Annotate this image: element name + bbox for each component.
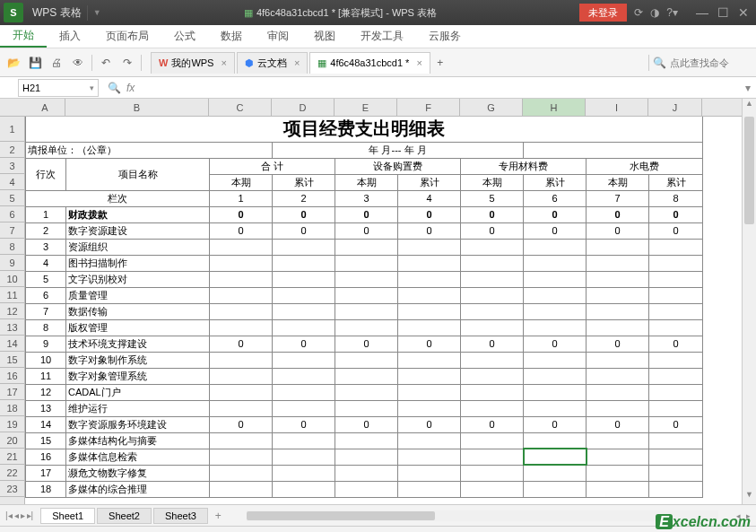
cell[interactable] xyxy=(398,384,461,400)
cell[interactable] xyxy=(524,481,587,497)
cell[interactable]: 0 xyxy=(273,206,335,222)
cell[interactable] xyxy=(587,287,649,303)
sheet-tab-Sheet3[interactable]: Sheet3 xyxy=(153,508,208,524)
nav-prev-icon[interactable]: ◂ xyxy=(14,510,19,520)
cell[interactable] xyxy=(335,303,398,319)
sheet-body[interactable]: 项目经费支出明细表填报单位：（公章）年 月--- 年 月行次项目名称合 计设备购… xyxy=(25,117,742,498)
cell[interactable] xyxy=(210,352,273,368)
cell[interactable] xyxy=(461,465,524,481)
add-sheet-icon[interactable]: + xyxy=(208,508,229,524)
cell[interactable] xyxy=(461,239,524,255)
menu-开发工具[interactable]: 开发工具 xyxy=(348,25,416,48)
menu-页面布局[interactable]: 页面布局 xyxy=(93,25,161,48)
select-all-corner[interactable] xyxy=(0,99,25,117)
row-header-15[interactable]: 15 xyxy=(0,352,24,368)
cell[interactable]: 0 xyxy=(210,416,273,432)
cell[interactable] xyxy=(273,319,335,336)
cell[interactable] xyxy=(524,368,587,384)
scroll-thumb[interactable] xyxy=(744,117,754,224)
cell[interactable] xyxy=(649,449,703,465)
cell[interactable] xyxy=(273,465,335,481)
cell[interactable] xyxy=(461,255,524,271)
cell[interactable] xyxy=(461,384,524,400)
cell[interactable]: 0 xyxy=(273,336,335,352)
cell[interactable] xyxy=(398,400,461,416)
sync-icon[interactable]: ⟳ xyxy=(634,6,643,19)
row-header-22[interactable]: 22 xyxy=(0,465,24,481)
scroll-up-icon[interactable]: ▲ xyxy=(743,99,756,113)
cell[interactable]: 0 xyxy=(587,222,649,239)
search-input[interactable] xyxy=(670,57,751,68)
cell[interactable] xyxy=(273,432,335,449)
cell[interactable]: 0 xyxy=(398,222,461,239)
tab-close-icon[interactable]: × xyxy=(221,57,226,68)
close-button[interactable]: ✕ xyxy=(738,5,749,20)
sheet-tab-Sheet2[interactable]: Sheet2 xyxy=(97,508,152,524)
cell[interactable] xyxy=(210,319,273,336)
sheet-tab-Sheet1[interactable]: Sheet1 xyxy=(40,508,95,524)
col-header-A[interactable]: A xyxy=(25,99,65,116)
cell[interactable] xyxy=(524,239,587,255)
cell[interactable] xyxy=(398,319,461,336)
undo-icon[interactable]: ↶ xyxy=(98,55,114,71)
cell[interactable]: 0 xyxy=(587,336,649,352)
cell[interactable] xyxy=(398,239,461,255)
fx-label[interactable]: fx xyxy=(126,82,135,94)
cell[interactable] xyxy=(273,384,335,400)
col-header-C[interactable]: C xyxy=(209,99,272,116)
cell[interactable] xyxy=(398,271,461,287)
col-header-I[interactable]: I xyxy=(586,99,648,116)
row-header-21[interactable]: 21 xyxy=(0,449,24,465)
login-button[interactable]: 未登录 xyxy=(579,4,627,22)
cell[interactable] xyxy=(649,465,703,481)
cell[interactable]: 0 xyxy=(649,206,703,222)
cell[interactable] xyxy=(210,255,273,271)
cell[interactable] xyxy=(210,368,273,384)
col-header-B[interactable]: B xyxy=(65,99,209,116)
cell[interactable] xyxy=(273,287,335,303)
cell[interactable] xyxy=(273,368,335,384)
row-header-5[interactable]: 5 xyxy=(0,190,24,206)
cell[interactable] xyxy=(649,239,703,255)
cell[interactable] xyxy=(524,287,587,303)
cell[interactable]: 0 xyxy=(335,416,398,432)
cell[interactable] xyxy=(649,303,703,319)
cell[interactable] xyxy=(461,287,524,303)
cell[interactable] xyxy=(210,271,273,287)
dropdown-icon[interactable]: ▼ xyxy=(93,8,101,17)
cell[interactable] xyxy=(587,271,649,287)
row-header-7[interactable]: 7 xyxy=(0,222,24,239)
cell[interactable] xyxy=(587,400,649,416)
cell[interactable] xyxy=(649,432,703,449)
cell[interactable]: 0 xyxy=(649,336,703,352)
row-header-16[interactable]: 16 xyxy=(0,368,24,384)
cell[interactable] xyxy=(398,352,461,368)
row-header-8[interactable]: 8 xyxy=(0,239,24,255)
cell[interactable] xyxy=(649,368,703,384)
vertical-scrollbar[interactable]: ▲ ▼ xyxy=(742,99,756,504)
row-header-2[interactable]: 2 xyxy=(0,142,24,158)
cell[interactable] xyxy=(587,465,649,481)
cell[interactable] xyxy=(273,271,335,287)
cell[interactable] xyxy=(398,465,461,481)
search-icon[interactable]: 🔍 xyxy=(653,57,666,69)
row-header-17[interactable]: 17 xyxy=(0,384,24,400)
cell[interactable] xyxy=(335,352,398,368)
help-icon[interactable]: ?▾ xyxy=(666,6,678,19)
cell[interactable]: 0 xyxy=(461,416,524,432)
scroll-down-icon[interactable]: ▼ xyxy=(743,490,756,504)
cell[interactable] xyxy=(649,287,703,303)
open-icon[interactable]: 📂 xyxy=(5,55,22,71)
cell[interactable] xyxy=(461,481,524,497)
cell[interactable]: 0 xyxy=(587,206,649,222)
cell[interactable] xyxy=(335,384,398,400)
row-header-23[interactable]: 23 xyxy=(0,481,24,497)
nav-last-icon[interactable]: ▸| xyxy=(27,510,34,520)
cell[interactable]: 0 xyxy=(273,222,335,239)
tab-close-icon[interactable]: × xyxy=(294,57,300,68)
cell[interactable] xyxy=(335,271,398,287)
cell[interactable] xyxy=(524,255,587,271)
row-header-3[interactable]: 3 xyxy=(0,158,24,174)
nav-next-icon[interactable]: ▸ xyxy=(21,510,25,520)
cell[interactable]: 0 xyxy=(524,206,587,222)
